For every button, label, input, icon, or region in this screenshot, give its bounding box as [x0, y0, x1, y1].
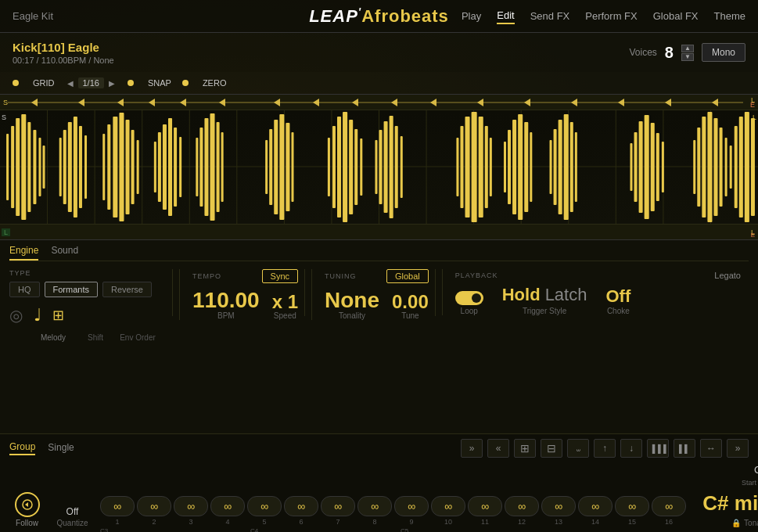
divider-3	[435, 269, 436, 316]
snap-label: SNAP	[148, 78, 171, 88]
nav-send-fx[interactable]: Send FX	[530, 9, 570, 23]
choke-label: Choke	[607, 307, 630, 315]
step-btn-15[interactable]: ∞	[615, 496, 649, 516]
seq-bars-btn[interactable]: ⩊	[567, 439, 589, 458]
svg-rect-54	[137, 140, 139, 194]
seq-tab-group[interactable]: Group	[9, 441, 35, 455]
step-btn-13[interactable]: ∞	[541, 496, 576, 516]
grid-icon[interactable]: ⊞	[52, 307, 64, 324]
seq-vert2-btn[interactable]: ▌▌	[674, 439, 695, 458]
global-button[interactable]: Global	[386, 269, 429, 283]
svg-rect-121	[739, 117, 743, 217]
step-btn-1[interactable]: ∞	[100, 496, 135, 516]
svg-rect-96	[518, 114, 523, 220]
env-order-label: Env Order	[114, 333, 161, 342]
voices-up-arrow[interactable]: ▲	[681, 45, 694, 52]
step-btn-2[interactable]: ∞	[137, 496, 171, 516]
engine-tabs: Engine Sound	[9, 240, 749, 261]
svg-rect-120	[735, 126, 738, 208]
svg-rect-77	[349, 120, 353, 214]
svg-rect-93	[504, 142, 506, 192]
sequencer-section: Group Single » « ⊞ ⊟ ⩊ ↑ ↓ ▐▐▐ ▌▌ ↔ »	[0, 433, 758, 532]
melody-label: Melody	[30, 333, 77, 342]
svg-rect-52	[125, 120, 129, 214]
follow-icon[interactable]	[15, 492, 40, 517]
step-btn-7[interactable]: ∞	[321, 496, 355, 516]
seq-header: Group Single » « ⊞ ⊟ ⩊ ↑ ↓ ▐▐▐ ▌▌ ↔ »	[9, 439, 749, 458]
seq-tab-single[interactable]: Single	[48, 442, 74, 455]
svg-rect-34	[6, 134, 9, 200]
seq-up-btn[interactable]: ↑	[594, 439, 616, 458]
step-btn-6[interactable]: ∞	[284, 496, 318, 516]
grid-nav: ◀ 1/16 ▶	[66, 77, 117, 88]
svg-rect-114	[702, 117, 706, 217]
sync-button[interactable]: Sync	[262, 269, 298, 283]
divider-1	[172, 269, 173, 316]
music-note-icon[interactable]: ♩	[34, 305, 41, 325]
step-btn-8[interactable]: ∞	[357, 496, 392, 516]
seq-arrow-h-btn[interactable]: ↔	[700, 439, 722, 458]
step-btn-4[interactable]: ∞	[210, 496, 245, 516]
legato-button[interactable]: Legato	[706, 269, 749, 282]
step-btn-14[interactable]: ∞	[578, 496, 613, 516]
mono-button[interactable]: Mono	[702, 43, 745, 62]
grid-prev-btn[interactable]: ◀	[66, 79, 75, 88]
svg-rect-119	[730, 146, 732, 189]
loop-toggle[interactable]	[455, 291, 483, 305]
seq-double-left-btn[interactable]: «	[487, 439, 509, 458]
tune-value: 0.00	[392, 293, 429, 311]
step-btn-11[interactable]: ∞	[468, 496, 502, 516]
seq-pattern2-btn[interactable]: ⊟	[541, 439, 562, 458]
voices-section: Voices 8 ▲ ▼ Mono	[629, 43, 745, 62]
grid-next-btn[interactable]: ▶	[107, 79, 117, 88]
tab-sound[interactable]: Sound	[51, 245, 78, 261]
seq-pattern1-btn[interactable]: ⊞	[514, 439, 536, 458]
quantize-section: Off Quantize	[51, 506, 94, 527]
divider-2	[304, 269, 305, 316]
seq-down-btn[interactable]: ↓	[620, 439, 642, 458]
marker-strip-top[interactable]: S	[0, 95, 758, 110]
svg-rect-74	[332, 126, 336, 208]
step-btn-3[interactable]: ∞	[174, 496, 208, 516]
svg-rect-103	[570, 122, 573, 212]
voices-down-arrow[interactable]: ▼	[681, 53, 694, 61]
quantize-value: Off	[66, 506, 79, 517]
hq-button[interactable]: HQ	[9, 282, 40, 297]
svg-rect-99	[550, 140, 552, 194]
step-btn-5[interactable]: ∞	[247, 496, 282, 516]
seq-controls: » « ⊞ ⊟ ⩊ ↑ ↓ ▐▐▐ ▌▌ ↔ »	[461, 439, 749, 458]
seq-right2-btn[interactable]: »	[727, 439, 749, 458]
circle-icon[interactable]: ◎	[9, 306, 23, 325]
svg-rect-106	[634, 132, 638, 202]
seq-vert1-btn[interactable]: ▐▐▐	[647, 439, 669, 458]
svg-rect-68	[269, 129, 272, 205]
step-btn-16[interactable]: ∞	[652, 496, 686, 516]
svg-rect-123	[751, 118, 755, 216]
step-btn-9[interactable]: ∞	[394, 496, 429, 516]
formants-button[interactable]: Formants	[45, 282, 98, 297]
waveform-main[interactable]: S L	[0, 110, 758, 224]
step-btn-12[interactable]: ∞	[505, 496, 539, 516]
tab-engine[interactable]: Engine	[9, 245, 38, 261]
nav-links: Play Edit Send FX Perform FX Global FX T…	[462, 8, 745, 24]
svg-rect-116	[713, 118, 717, 216]
nav-theme[interactable]: Theme	[714, 9, 745, 23]
bottom-e-label: E	[751, 232, 755, 239]
step-num-7: 7	[321, 518, 355, 526]
step-btn-10[interactable]: ∞	[431, 496, 465, 516]
nav-perform-fx[interactable]: Perform FX	[585, 9, 637, 23]
svg-rect-82	[384, 121, 388, 213]
seq-double-right-btn[interactable]: »	[461, 439, 483, 458]
svg-rect-50	[113, 117, 117, 217]
seq-tonality-value: C# min	[702, 491, 758, 516]
trigger-style: Hold Latch	[502, 285, 587, 305]
reverse-button[interactable]: Reverse	[102, 282, 152, 297]
step-num-9: 9	[394, 518, 429, 526]
svg-rect-41	[43, 146, 45, 189]
nav-edit[interactable]: Edit	[497, 8, 514, 24]
nav-play[interactable]: Play	[462, 9, 481, 23]
svg-rect-97	[524, 122, 528, 212]
nav-global-fx[interactable]: Global FX	[653, 9, 699, 23]
waveform-svg	[0, 110, 758, 224]
svg-rect-56	[158, 132, 161, 202]
